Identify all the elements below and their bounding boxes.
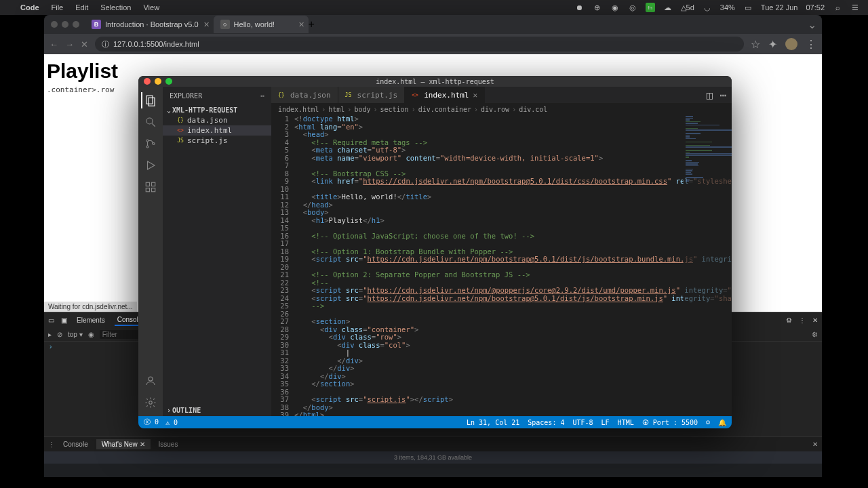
tab-close-icon[interactable]: ✕ [203,20,210,29]
window-minimize-icon[interactable] [62,21,68,28]
devtools-settings-icon[interactable]: ⚙ [786,317,792,324]
run-debug-icon[interactable] [142,157,159,174]
minimap[interactable] [683,115,732,416]
tray-icon-2[interactable]: ◉ [610,3,620,12]
menubar-date[interactable]: Tue 22 Jun [761,3,798,12]
forward-button[interactable]: → [65,39,74,49]
menubar-app[interactable]: Code [20,3,39,12]
editor-tab[interactable]: JSscript.js [338,87,406,103]
new-tab-button[interactable]: + [309,18,315,30]
extensions-icon[interactable]: ✦ [768,38,777,51]
breadcrumb-item[interactable]: div.row [481,106,509,113]
tray-icon-4[interactable]: fn [646,3,655,12]
browser-tab[interactable]: ○Hello, world!✕ [214,16,309,33]
tab-close-icon[interactable]: ✕ [298,20,304,29]
project-folder[interactable]: ⌄ XML-HTTP-REQUEST [163,105,271,115]
status-cursor[interactable]: Ln 31, Col 21 [467,419,519,426]
status-errors[interactable]: ⓧ 0 [144,418,159,427]
editor-tabs: {}data.jsonJSscript.js<>index.html✕ ◫ ⋯ [271,87,732,103]
split-editor-icon[interactable]: ◫ [707,89,713,102]
console-eye-icon[interactable]: ◉ [88,331,94,338]
tray-indicator[interactable]: △5d [681,3,694,12]
file-item[interactable]: <>index.html [163,125,271,136]
status-feedback-icon[interactable]: ☺ [706,419,710,426]
file-item[interactable]: JSscript.js [163,136,271,146]
devtools-menu-icon[interactable]: ⋮ [799,317,806,324]
battery-icon[interactable]: ▭ [743,3,753,12]
profile-avatar[interactable] [785,38,797,50]
settings-gear-icon[interactable] [142,394,159,411]
browser-menu-icon[interactable]: ⋮ [806,38,816,51]
bookmark-icon[interactable]: ☆ [751,38,760,51]
file-item[interactable]: {}data.json [163,115,271,125]
status-bell-icon[interactable]: 🔔 [718,419,726,426]
chevron-right-icon: › [167,407,171,414]
favicon-icon: ○ [220,20,230,29]
console-context[interactable]: top ▾ [68,331,83,338]
spotlight-icon[interactable]: ⌕ [833,3,842,12]
drawer-tab-issues[interactable]: Issues [153,439,184,449]
drawer-menu-icon[interactable]: ⋮ [48,441,55,448]
vscode-titlebar[interactable]: index.html — xml-http-request [138,76,732,87]
outline-section[interactable]: › OUTLINE [163,405,271,416]
tray-icon-5[interactable]: ☁ [663,3,673,12]
breadcrumb-item[interactable]: html [328,106,344,113]
drawer-tab-console[interactable]: Console [58,439,94,449]
menubar-selection[interactable]: Selection [100,3,131,12]
battery-percent[interactable]: 34% [720,3,735,12]
devtools-tab-elements[interactable]: Elements [74,315,108,325]
breadcrumb-item[interactable]: index.html [278,106,319,113]
explorer-more-icon[interactable]: ⋯ [260,92,264,100]
back-button[interactable]: ← [50,39,58,49]
wifi-icon[interactable]: ◡ [703,3,712,12]
window-zoom-icon[interactable] [73,21,79,28]
status-encoding[interactable]: UTF-8 [572,419,593,426]
menubar-edit[interactable]: Edit [75,3,88,12]
editor-more-icon[interactable]: ⋯ [719,89,726,102]
console-filter-input[interactable] [100,330,140,339]
menubar-time[interactable]: 07:52 [806,3,825,12]
stop-button[interactable]: ✕ [81,39,88,49]
vscode-close-icon[interactable] [144,78,151,85]
console-sidebar-icon[interactable]: ▸ [48,331,52,338]
status-spaces[interactable]: Spaces: 4 [528,419,564,426]
tab-overflow-icon[interactable]: ⌄ [808,18,822,31]
tab-close-icon[interactable]: ✕ [473,91,477,100]
site-info-icon[interactable]: ⓘ [102,39,109,49]
status-port[interactable]: ⦿ Port : 5500 [642,419,698,426]
tray-icon-3[interactable]: ◎ [628,3,637,12]
console-clear-icon[interactable]: ⊘ [57,331,62,338]
status-eol[interactable]: LF [601,419,610,426]
status-warnings[interactable]: ⚠ 0 [165,419,178,426]
search-icon[interactable] [142,114,159,130]
drawer-close-icon[interactable]: ✕ [812,441,818,448]
breadcrumb-item[interactable]: div.container [418,106,471,113]
vscode-zoom-icon[interactable] [165,78,172,85]
device-toggle-icon[interactable]: ▣ [61,317,67,324]
editor-tab[interactable]: {}data.json [271,87,338,103]
browser-tab[interactable]: BIntroduction · Bootstrap v5.0✕ [85,16,214,33]
address-bar[interactable]: ⓘ 127.0.0.1:5500/index.html [95,37,744,52]
accounts-icon[interactable] [142,373,159,389]
menubar-file[interactable]: File [52,3,64,12]
vscode-minimize-icon[interactable] [155,78,161,85]
inspect-icon[interactable]: ▭ [48,317,54,324]
editor-tab[interactable]: <>index.html✕ [405,87,485,103]
breadcrumb-item[interactable]: section [380,106,409,113]
extensions-icon[interactable] [142,179,159,195]
tray-icon-1[interactable]: ⊕ [593,3,602,12]
breadcrumbs[interactable]: index.html›html›body›section›div.contain… [271,103,732,115]
menubar-view[interactable]: View [143,3,159,12]
explorer-icon[interactable] [141,92,159,108]
console-settings-icon[interactable]: ⚙ [812,331,818,338]
devtools-close-icon[interactable]: ✕ [812,317,818,324]
breadcrumb-item[interactable]: body [354,106,370,113]
drawer-tab-whatsnew[interactable]: What's New ✕ [96,439,151,449]
source-control-icon[interactable] [142,136,159,152]
breadcrumb-item[interactable]: div.col [519,106,547,113]
code-editor[interactable]: 1234567891011121314151617181920212223242… [271,115,732,416]
window-close-icon[interactable] [51,21,58,28]
record-icon[interactable]: ⏺ [575,3,585,12]
status-lang[interactable]: HTML [618,419,634,426]
control-center-icon[interactable]: ☰ [850,3,860,12]
